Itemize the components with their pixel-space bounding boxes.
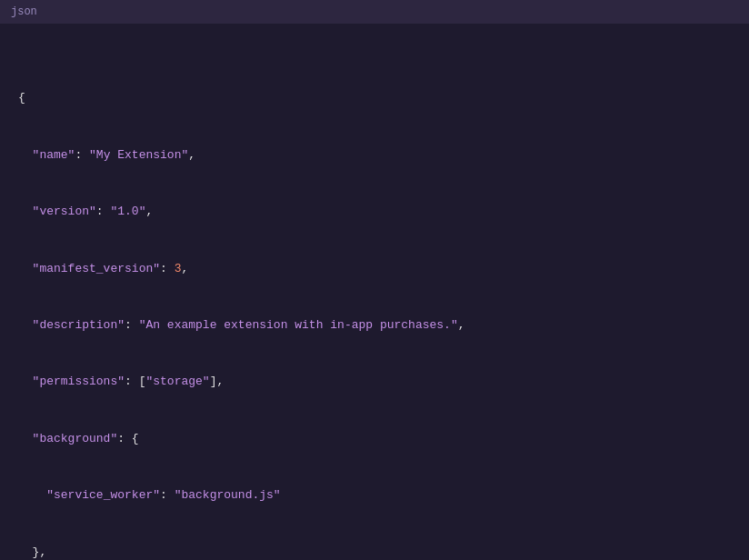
code-area: { "name": "My Extension", "version": "1.… — [0, 24, 749, 560]
line-8: "service_worker": "background.js" — [18, 486, 731, 505]
line-6: "permissions": ["storage"], — [18, 373, 731, 392]
line-9: }, — [18, 544, 731, 560]
language-label: json — [11, 5, 37, 18]
line-7: "background": { — [18, 430, 731, 449]
line-1: { — [18, 89, 731, 108]
title-bar: json — [0, 0, 749, 24]
line-2: "name": "My Extension", — [18, 146, 731, 165]
line-5: "description": "An example extension wit… — [18, 316, 731, 335]
line-3: "version": "1.0", — [18, 203, 731, 222]
line-4: "manifest_version": 3, — [18, 260, 731, 279]
